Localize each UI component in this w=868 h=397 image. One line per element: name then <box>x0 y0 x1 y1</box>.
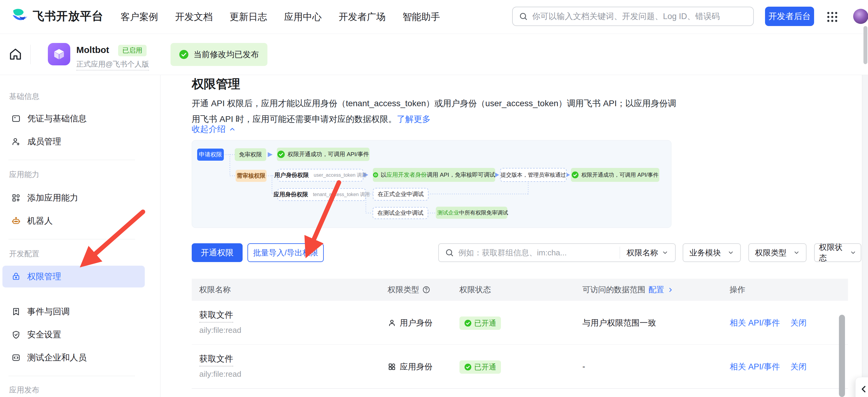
filter-permission-status[interactable]: 权限状态 <box>814 243 861 262</box>
nav-item-ai-assistant[interactable]: 智能助手 <box>403 10 440 23</box>
column-header-label: 可访问的数据范围 <box>582 285 645 295</box>
nav-item-dev-forum[interactable]: 开发者广场 <box>339 10 385 23</box>
divider <box>30 45 31 64</box>
grid-add-icon <box>11 193 21 202</box>
flow-node-submit-version: 提交版本，管理员审核通过 <box>500 168 567 182</box>
sidebar-item-test-company[interactable]: 测试企业和人员 <box>2 348 145 367</box>
flow-node-label: 免审权限 <box>239 151 262 159</box>
flow-node-success-1: 权限开通成功，可调用 API/事件 <box>277 148 370 161</box>
permission-search-input[interactable] <box>454 248 620 258</box>
user-avatar[interactable] <box>853 9 868 24</box>
panel-collapse-handle[interactable] <box>855 377 868 397</box>
sidebar-item-credentials[interactable]: 凭证与基础信息 <box>2 109 145 128</box>
collapse-intro-link[interactable]: 收起介绍 <box>192 124 236 135</box>
related-api-link[interactable]: 相关 API/事件 <box>730 318 780 328</box>
nav-item-app-center[interactable]: 应用中心 <box>284 10 322 23</box>
global-search-input[interactable] <box>532 12 747 21</box>
brand-logo-text: 飞书开放平台 <box>33 8 103 24</box>
chevron-down-icon <box>662 249 669 256</box>
sidebar-item-add-capability[interactable]: 添加应用能力 <box>2 188 145 207</box>
page-scrollbar-thumb[interactable] <box>864 26 867 64</box>
close-permission-link[interactable]: 关闭 <box>790 361 807 372</box>
sidebar-item-permissions[interactable]: 权限管理 <box>2 266 145 288</box>
member-add-icon <box>11 137 21 146</box>
column-header-label: 权限类型 <box>388 285 419 295</box>
permission-type: 应用身份 <box>388 345 433 389</box>
filter-business-module[interactable]: 业务模块 <box>683 243 741 262</box>
chevron-down-icon <box>793 249 800 256</box>
permission-name[interactable]: 获取文件 <box>199 309 233 323</box>
row-actions: 相关 API/事件 关闭 <box>730 345 807 389</box>
sidebar-item-label: 安全设置 <box>27 329 61 340</box>
search-icon <box>445 248 454 257</box>
flow-node-need-review: 需审核权限 <box>236 170 267 182</box>
sidebar-item-security[interactable]: 安全设置 <box>2 325 145 344</box>
close-permission-link[interactable]: 关闭 <box>790 318 807 328</box>
filter-label: 权限状态 <box>819 242 850 263</box>
sidebar-item-events[interactable]: 事件与回调 <box>2 302 145 321</box>
status-badge-label: 已开通 <box>474 318 496 328</box>
scope-config-link[interactable]: 配置 <box>648 285 664 295</box>
help-question-icon[interactable] <box>422 286 430 294</box>
home-icon[interactable] <box>8 47 23 61</box>
sidebar-item-label: 事件与回调 <box>27 306 70 318</box>
global-search[interactable] <box>512 7 754 26</box>
robot-icon <box>11 217 21 225</box>
lock-icon <box>11 272 21 281</box>
app-subtitle[interactable]: 正式应用@飞书个人版 <box>76 59 149 70</box>
permission-code: aily:file:read <box>199 326 241 335</box>
app-icon <box>48 43 70 65</box>
check-circle-icon <box>464 320 471 327</box>
permission-code: aily:file:read <box>199 369 241 379</box>
right-panel-strip <box>862 75 868 397</box>
permission-search[interactable]: 权限名称 <box>438 243 676 262</box>
code-icon <box>11 353 21 362</box>
flow-node-tenant-permission: 应用身份权限tenant_access_token 调用 <box>277 188 366 201</box>
nav-item-changelog[interactable]: 更新日志 <box>229 10 267 23</box>
shield-check-icon <box>11 330 21 339</box>
brand-logo[interactable]: 飞书开放平台 <box>11 7 103 25</box>
page-title: 权限管理 <box>192 76 240 92</box>
developer-console-button[interactable]: 开发者后台 <box>765 7 814 26</box>
sidebar-item-label: 添加应用能力 <box>27 192 78 204</box>
learn-more-link[interactable]: 了解更多 <box>397 114 431 124</box>
search-field-select[interactable]: 权限名称 <box>620 247 675 258</box>
feishu-logo-icon <box>11 7 28 25</box>
permission-type-label: 用户身份 <box>400 318 433 328</box>
chevron-down-icon <box>727 249 734 256</box>
nav-item-cases[interactable]: 客户案例 <box>121 10 158 23</box>
sidebar-item-bot[interactable]: 机器人 <box>2 211 145 231</box>
data-scope: 与用户权限范围一致 <box>582 301 656 345</box>
apps-grid-icon[interactable] <box>826 11 838 23</box>
app-grid-icon <box>388 363 396 371</box>
sidebar-section-publish: 应用发布 <box>9 385 39 395</box>
api-debug-icon <box>373 171 378 178</box>
open-permission-button[interactable]: 开通权限 <box>192 243 243 262</box>
permission-name[interactable]: 获取文件 <box>199 353 233 366</box>
check-circle-icon <box>464 363 471 371</box>
data-scope: - <box>582 345 585 389</box>
chevron-right-icon[interactable] <box>667 287 674 293</box>
filter-permission-type[interactable]: 权限类型 <box>748 243 807 262</box>
flow-node-note: user_access_token 调用 <box>314 172 367 178</box>
table-row: 获取文件 aily:file:read 用户身份 已开通 与用户权限范围一致 相… <box>192 301 848 345</box>
status-badge-label: 已开通 <box>474 362 496 372</box>
table-scrollbar-thumb[interactable] <box>839 315 845 397</box>
related-api-link[interactable]: 相关 API/事件 <box>730 361 780 372</box>
sidebar-item-members[interactable]: 成员管理 <box>2 132 145 151</box>
chevron-up-icon <box>229 126 236 133</box>
column-header-actions: 操作 <box>730 285 745 295</box>
event-callback-icon <box>11 307 21 316</box>
search-icon <box>519 12 528 21</box>
filter-label: 业务模块 <box>689 247 721 258</box>
flow-node-apply: 申请权限 <box>197 148 224 161</box>
nav-item-docs[interactable]: 开发文档 <box>175 10 213 23</box>
column-header-scope: 可访问的数据范围 配置 <box>582 285 674 295</box>
user-icon <box>388 319 396 327</box>
chevron-down-icon <box>850 249 857 256</box>
flow-node-label: 测试企业中所有权限免审调试 <box>437 209 508 217</box>
sidebar-item-label: 测试企业和人员 <box>27 352 87 363</box>
sidebar-section-capabilities: 应用能力 <box>9 169 39 179</box>
app-status-badge: 已启用 <box>118 45 147 56</box>
batch-import-export-button[interactable]: 批量导入/导出权限 <box>247 243 324 262</box>
